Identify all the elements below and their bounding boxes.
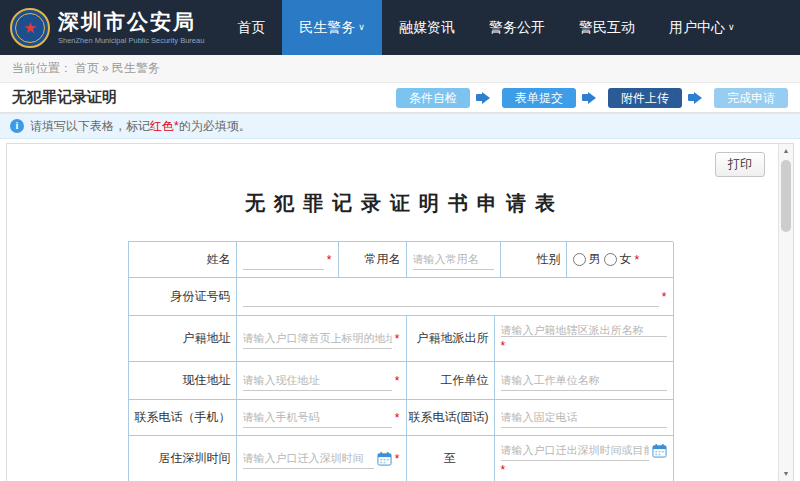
site-title: 深圳市公安局 <box>58 10 204 33</box>
registered-police-station-input[interactable] <box>501 324 667 337</box>
common-name-cell <box>407 242 501 278</box>
step-arrow-icon <box>582 92 602 104</box>
notice-bar: i 请填写以下表格，标记红色*的为必填项。 <box>0 113 800 139</box>
registered-address-label: 户籍地址 <box>129 316 237 362</box>
residence-to-input[interactable] <box>501 441 649 461</box>
current-address-label: 现住地址 <box>129 362 237 400</box>
table-row: 身份证号码 * <box>129 278 673 316</box>
scroll-down-button[interactable]: ▼ <box>779 467 793 481</box>
step-complete[interactable]: 完成申请 <box>714 88 788 108</box>
table-row: 居住深圳时间 * 至 * <box>129 436 673 481</box>
name-label: 姓名 <box>129 242 237 278</box>
wizard-steps: 条件自检 表单提交 附件上传 完成申请 <box>396 88 788 108</box>
id-number-input[interactable] <box>243 287 659 307</box>
breadcrumb-home-link[interactable]: 首页 <box>75 61 99 75</box>
chevron-down-icon: ∨ <box>358 22 365 32</box>
registered-address-cell: * <box>237 316 407 362</box>
form-title: 无犯罪记录证明书申请表 <box>7 190 793 217</box>
registered-police-station-label: 户籍地派出所 <box>407 316 495 362</box>
mobile-phone-cell: * <box>237 400 407 436</box>
screen: ★ 深圳市公安局 ShenZhen Municipal Public Secur… <box>0 0 800 481</box>
star-icon: ★ <box>23 19 36 34</box>
chevron-down-icon: ∨ <box>728 22 735 32</box>
breadcrumb: 当前位置：首页»民生警务 <box>0 55 800 83</box>
common-name-input[interactable] <box>413 250 494 270</box>
gender-female-label: 女 <box>620 251 632 268</box>
table-row: 现住地址 * 工作单位 <box>129 362 673 400</box>
gender-male-label: 男 <box>589 251 601 268</box>
page-title-bar: 无犯罪记录证明 条件自检 表单提交 附件上传 完成申请 <box>0 83 800 113</box>
nav-item-police-interaction[interactable]: 警民互动 <box>562 0 652 55</box>
application-form-table: 姓名 * 常用名 性别 男 女 * <box>128 241 673 481</box>
mobile-phone-label: 联系电话（手机） <box>129 400 237 436</box>
common-name-label: 常用名 <box>339 242 407 278</box>
registered-address-input[interactable] <box>243 329 392 349</box>
step-attachment-upload[interactable]: 附件上传 <box>608 88 682 108</box>
mobile-phone-input[interactable] <box>243 408 392 428</box>
required-mark: * <box>501 463 667 477</box>
scrollbar-thumb[interactable] <box>781 160 791 232</box>
nav-item-media-news[interactable]: 融媒资讯 <box>382 0 472 55</box>
notice-text: 请填写以下表格，标记红色*的为必填项。 <box>30 118 251 135</box>
nav-item-police-openness[interactable]: 警务公开 <box>472 0 562 55</box>
name-cell: * <box>237 242 339 278</box>
landline-phone-cell <box>495 400 674 436</box>
work-unit-cell <box>495 362 674 400</box>
breadcrumb-prefix: 当前位置： <box>12 61 72 75</box>
required-mark: * <box>395 411 400 425</box>
registered-police-station-cell: * <box>495 316 674 362</box>
site-header: ★ 深圳市公安局 ShenZhen Municipal Public Secur… <box>0 0 800 55</box>
step-condition-check[interactable]: 条件自检 <box>396 88 470 108</box>
scroll-up-button[interactable]: ▲ <box>779 144 793 158</box>
table-row: 姓名 * 常用名 性别 男 女 * <box>129 242 673 278</box>
calendar-icon[interactable] <box>377 451 392 466</box>
gender-cell: 男 女 * <box>567 242 674 278</box>
vertical-scrollbar[interactable]: ▲ ▼ <box>778 144 793 481</box>
required-mark: * <box>395 374 400 388</box>
gender-female-radio[interactable] <box>604 253 617 266</box>
gender-label: 性别 <box>501 242 567 278</box>
table-row: 联系电话（手机） * 联系电话(固话) <box>129 400 673 436</box>
required-mark: * <box>327 253 332 267</box>
required-mark: * <box>501 339 667 353</box>
breadcrumb-current: 民生警务 <box>112 61 160 75</box>
required-mark: * <box>662 290 667 304</box>
page-title: 无犯罪记录证明 <box>12 88 117 107</box>
form-panel: 打印 无犯罪记录证明书申请表 姓名 * 常用名 性别 男 <box>6 143 794 481</box>
id-number-cell: * <box>237 278 674 316</box>
print-button[interactable]: 打印 <box>715 152 765 177</box>
step-arrow-icon <box>476 92 496 104</box>
work-unit-input[interactable] <box>501 371 667 391</box>
nav-item-minsheng-services[interactable]: 民生警务∨ <box>282 0 382 55</box>
landline-phone-input[interactable] <box>501 408 667 428</box>
step-arrow-icon <box>688 92 708 104</box>
brand: 深圳市公安局 ShenZhen Municipal Public Securit… <box>58 10 204 44</box>
residence-start-label: 居住深圳时间 <box>129 436 237 481</box>
info-icon: i <box>10 119 24 133</box>
police-badge-logo: ★ <box>10 8 50 48</box>
required-mark: * <box>395 452 400 466</box>
main-nav: 首页 民生警务∨ 融媒资讯 警务公开 警民互动 用户中心∨ <box>220 0 751 55</box>
breadcrumb-separator: » <box>102 61 109 75</box>
id-number-label: 身份证号码 <box>129 278 237 316</box>
residence-to-cell: * <box>495 436 674 481</box>
table-row: 户籍地址 * 户籍地派出所 * <box>129 316 673 362</box>
nav-item-user-center[interactable]: 用户中心∨ <box>652 0 752 55</box>
landline-phone-label: 联系电话(固话) <box>407 400 495 436</box>
step-form-submit[interactable]: 表单提交 <box>502 88 576 108</box>
name-input[interactable] <box>243 250 324 270</box>
work-unit-label: 工作单位 <box>407 362 495 400</box>
current-address-input[interactable] <box>243 371 392 391</box>
gender-male-radio[interactable] <box>573 253 586 266</box>
residence-start-input[interactable] <box>243 449 374 469</box>
nav-item-home[interactable]: 首页 <box>220 0 282 55</box>
calendar-icon[interactable] <box>652 443 667 458</box>
residence-start-cell: * <box>237 436 407 481</box>
required-mark: * <box>635 253 640 267</box>
residence-to-label: 至 <box>407 436 495 481</box>
current-address-cell: * <box>237 362 407 400</box>
required-mark: * <box>395 332 400 346</box>
site-subtitle: ShenZhen Municipal Public Security Burea… <box>58 36 204 45</box>
required-hint: 红色* <box>150 119 179 133</box>
